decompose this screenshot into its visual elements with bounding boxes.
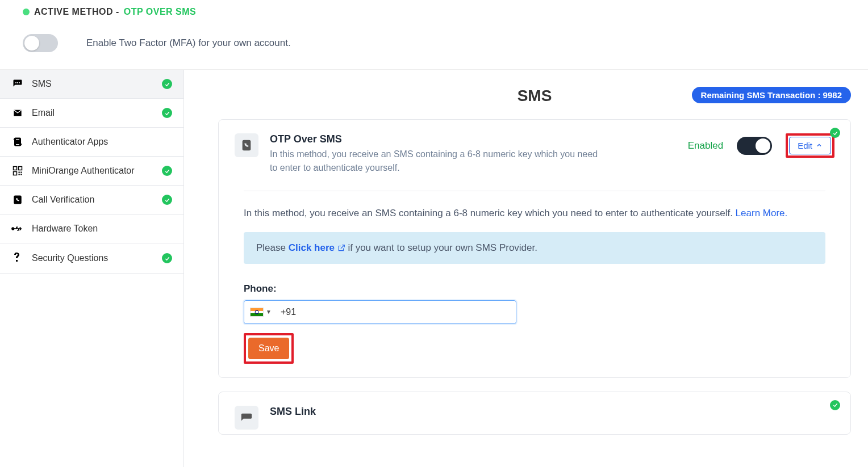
otp-sms-icon: [235, 133, 258, 157]
active-method-label: ACTIVE METHOD - OTP OVER SMS: [23, 7, 845, 17]
enable-mfa-text: Enable Two Factor (MFA) for your own acc…: [86, 37, 291, 49]
check-icon: [162, 253, 172, 263]
svg-point-12: [12, 228, 14, 230]
save-button[interactable]: Save: [248, 338, 289, 359]
sidebar-item-label: MiniOrange Authenticator: [32, 166, 135, 176]
svg-point-1: [17, 82, 18, 83]
check-icon: [162, 166, 172, 176]
otp-card-subtitle: In this method, you receive an SMS conta…: [270, 148, 599, 175]
edit-button[interactable]: Edit: [789, 137, 831, 154]
svg-rect-10: [20, 174, 22, 175]
otp-body-main: In this method, you receive an SMS conta…: [244, 208, 736, 218]
svg-rect-4: [14, 167, 17, 170]
email-icon: [11, 108, 24, 117]
sms-link-title: SMS Link: [270, 406, 834, 418]
phone-input-wrap[interactable]: ▼: [244, 300, 516, 324]
enabled-status: Enabled: [688, 140, 723, 152]
otp-over-sms-card: OTP Over SMS In this method, you receive…: [218, 119, 851, 378]
check-icon: [830, 400, 840, 410]
sidebar-item-label: Call Verification: [32, 195, 94, 205]
question-icon: [11, 253, 24, 264]
check-icon: [830, 128, 840, 138]
status-dot-icon: [23, 9, 30, 15]
page-title: SMS: [518, 87, 552, 105]
svg-point-2: [19, 82, 20, 83]
save-highlight: Save: [244, 333, 294, 364]
info-suffix: if you want to setup your own SMS Provid…: [345, 242, 537, 253]
sidebar-item-security-questions[interactable]: Security Questions: [0, 243, 183, 274]
otp-card-title: OTP Over SMS: [270, 133, 677, 145]
country-flag-icon[interactable]: [250, 308, 264, 317]
sms-link-card: SMS Link: [218, 392, 851, 435]
otp-enable-toggle[interactable]: [737, 137, 772, 155]
sms-link-icon: [235, 406, 258, 430]
svg-rect-7: [19, 172, 20, 173]
sidebar-item-sms[interactable]: SMS: [0, 70, 183, 99]
sidebar-item-miniorange[interactable]: MiniOrange Authenticator: [0, 157, 183, 186]
external-link-icon: [337, 244, 345, 252]
sidebar: SMS Email Authenticator Apps: [0, 70, 184, 467]
check-icon: [162, 108, 172, 118]
country-dropdown-caret[interactable]: ▼: [266, 309, 272, 315]
svg-rect-9: [19, 174, 20, 175]
otp-body-text: In this method, you receive an SMS conta…: [244, 206, 825, 221]
chevron-up-icon: [816, 141, 823, 150]
info-prefix: Please: [256, 242, 289, 253]
sidebar-item-email[interactable]: Email: [0, 99, 183, 128]
check-icon: [162, 79, 172, 89]
call-icon: [11, 195, 24, 205]
phone-input[interactable]: [281, 307, 510, 317]
check-icon: [162, 195, 172, 205]
svg-rect-8: [20, 172, 22, 173]
edit-label: Edit: [798, 141, 812, 150]
sidebar-item-label: Email: [32, 108, 55, 118]
sidebar-item-label: SMS: [32, 79, 52, 89]
svg-rect-5: [19, 167, 22, 170]
active-method-prefix: ACTIVE METHOD -: [34, 7, 119, 17]
sms-icon: [11, 79, 24, 89]
usb-icon: [11, 225, 24, 233]
sidebar-item-call-verification[interactable]: Call Verification: [0, 186, 183, 215]
sidebar-item-label: Hardware Token: [32, 224, 98, 234]
active-method-name: OTP OVER SMS: [124, 7, 197, 17]
svg-point-0: [15, 82, 16, 83]
svg-rect-6: [14, 172, 17, 175]
click-here-link[interactable]: Click here: [289, 242, 345, 253]
sidebar-item-authenticator-apps[interactable]: Authenticator Apps: [0, 128, 183, 157]
phone-label: Phone:: [244, 283, 825, 295]
sidebar-item-label: Authenticator Apps: [32, 137, 108, 147]
sidebar-item-hardware-token[interactable]: Hardware Token: [0, 215, 183, 243]
enable-mfa-toggle[interactable]: [23, 34, 58, 52]
sms-provider-info: Please Click here if you want to setup y…: [244, 232, 825, 264]
remaining-sms-badge: Remaining SMS Transaction : 9982: [692, 87, 851, 103]
sidebar-item-label: Security Questions: [32, 253, 108, 263]
learn-more-link[interactable]: Learn More.: [736, 208, 788, 218]
edit-highlight: Edit: [786, 133, 834, 158]
qr-icon: [11, 166, 24, 176]
phone-icon: [11, 137, 24, 147]
